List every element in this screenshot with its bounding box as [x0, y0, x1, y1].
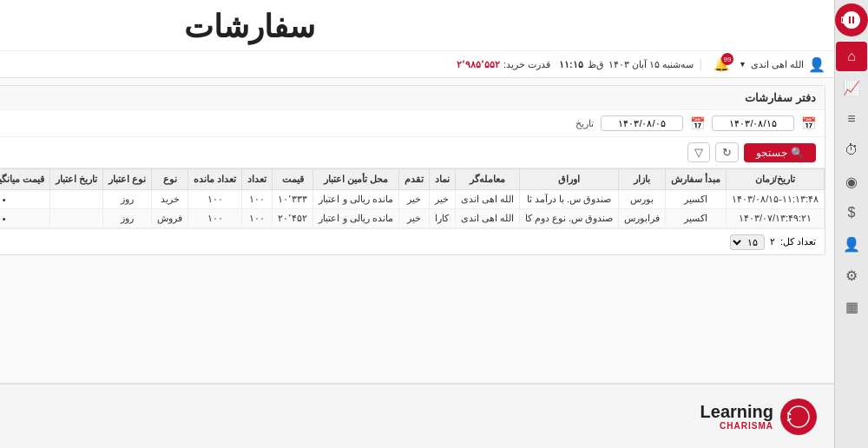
footer-logo-circle: C: [780, 399, 817, 435]
col-type: نوع: [152, 169, 188, 190]
user-dropdown[interactable]: الله اهی اندی: [751, 59, 804, 70]
logo-icon[interactable]: C: [835, 3, 868, 36]
footer-logo: C Learning CHARISMA: [700, 399, 817, 435]
table-cell: ۱۴۰۳/۰۸/۱۵-۱۱:۱۳:۴۸: [727, 190, 825, 209]
main-content: دفتر سفارشات دفتر سفارشات / خانه 📅 📅: [0, 78, 834, 383]
page-title-bar: سفارشات: [0, 0, 834, 51]
time-suffix: ق‌ظ: [588, 59, 604, 70]
footer-charisma-text: CHARISMA: [700, 421, 773, 431]
orders-table: تاریخ/زمان مبدأ سفارش بازار اوراق معامله…: [0, 168, 825, 228]
col-trader: معامله‌گر: [455, 169, 519, 190]
col-priority: تقدم: [398, 169, 429, 190]
total-count-section: تعداد کل: ۲ ۱۵ ۳۰ ۵۰: [730, 234, 816, 250]
table-row: ۱۴۰۳/۰۷/۱۳:۴۹:۲۱اکسیرفرابورسصندوق س. نوع…: [0, 209, 825, 228]
table-cell: خیر: [429, 190, 455, 209]
col-symbol: نماد: [429, 169, 455, 190]
table-cell: صندوق س. با درآمد ثا: [519, 190, 618, 209]
footer-learning-text: Learning: [700, 402, 773, 421]
date-to-input[interactable]: [712, 115, 794, 131]
balance-value: ۲٬۹۸۵٬۵۵۲: [457, 59, 500, 70]
table-cell: ۱۰٬۳۳۳: [273, 190, 313, 209]
date-from-group: [601, 115, 683, 131]
sidebar-list[interactable]: ≡: [836, 104, 867, 134]
calendar-icon-end[interactable]: 📅: [690, 116, 705, 130]
orders-panel: دفتر سفارشات دفتر سفارشات / خانه 📅 📅: [0, 85, 825, 255]
table-cell: فروش: [152, 209, 188, 228]
date-to-group: [712, 115, 794, 131]
table-cell: خیر: [398, 209, 429, 228]
per-page-select[interactable]: ۱۵ ۳۰ ۵۰: [730, 234, 765, 250]
sidebar-clock[interactable]: ⏱: [836, 135, 867, 165]
table-cell: •: [0, 190, 50, 209]
col-market: بازار: [619, 169, 666, 190]
col-datetime: تاریخ/زمان: [727, 169, 825, 190]
orders-table-container: تاریخ/زمان مبدأ سفارش بازار اوراق معامله…: [0, 168, 825, 228]
search-button[interactable]: 🔍 جستجو: [744, 143, 816, 162]
sidebar-dollar[interactable]: $: [836, 198, 867, 227]
sidebar-settings[interactable]: ⚙: [836, 260, 867, 290]
date-label: تاریخ: [575, 118, 594, 129]
page-title: سفارشات: [0, 9, 834, 45]
col-avg-price: قیمت میانگین معامله: [0, 169, 50, 190]
table-cell: خیر: [398, 190, 429, 209]
user-icon: 👤: [808, 56, 825, 73]
sidebar-briefcase[interactable]: ◉: [836, 167, 867, 196]
table-cell: [50, 209, 103, 228]
col-papers: اوراق: [519, 169, 618, 190]
table-cell: روز: [103, 209, 152, 228]
table-cell: اکسیر: [666, 209, 727, 228]
filter-button[interactable]: ▽: [687, 142, 710, 162]
col-count: تعداد: [242, 169, 273, 190]
sidebar-home[interactable]: ⌂: [836, 42, 867, 71]
bell-badge-count: 99: [721, 53, 733, 65]
table-cell: بورس: [619, 190, 666, 209]
svg-text:C: C: [841, 16, 846, 25]
col-remaining: تعداد مانده: [188, 169, 242, 190]
datetime-section: سه‌شنبه ۱۵ آبان ۱۴۰۳ ق‌ظ ۱۱:۱۵: [559, 59, 701, 70]
sidebar-users[interactable]: 👤: [836, 229, 867, 259]
pagination-row: تعداد کل: ۲ ۱۵ ۳۰ ۵۰ آخرین بعدی 1 قبلی: [0, 228, 825, 254]
balance-label: قدرت خرید:: [503, 59, 550, 70]
btn-toolbar-row: 🔍 جستجو ↻ ▽ 🖨 ⬛ ⚙: [0, 137, 825, 168]
table-cell: ۱۰۰: [242, 209, 273, 228]
col-credit-date: تاریخ اعتبار: [50, 169, 103, 190]
footer-text: Learning CHARISMA: [700, 402, 773, 431]
date-filter-row: 📅 📅 تاریخ: [0, 110, 825, 137]
search-icon: 🔍: [791, 147, 804, 159]
col-credit-type: نوع اعتبار: [103, 169, 152, 190]
table-cell: •: [0, 209, 50, 228]
table-cell: ۱۴۰۳/۰۷/۱۳:۴۹:۲۱: [727, 209, 825, 228]
time-label: ۱۱:۱۵: [559, 59, 583, 70]
table-cell: ۲۰٬۴۵۲: [273, 209, 313, 228]
table-cell: روز: [103, 190, 152, 209]
chevron-icon: ▼: [739, 60, 746, 69]
col-credit-place: محل تأمین اعتبار: [313, 169, 398, 190]
sidebar: C ⌂ 📈 ≡ ⏱ ◉ $ 👤 ⚙ ▦: [834, 0, 868, 448]
user-section: 👤 الله اهی اندی ▼: [739, 56, 825, 73]
total-count-value: ۲: [770, 236, 775, 247]
col-price: قیمت: [273, 169, 313, 190]
panel-title: دفتر سفارشات: [745, 91, 816, 104]
calendar-icon-start[interactable]: 📅: [801, 116, 816, 130]
total-count-label: تعداد کل:: [780, 236, 816, 247]
table-cell: خرید: [152, 190, 188, 209]
col-origin: مبدأ سفارش: [666, 169, 727, 190]
table-cell: ۱۰۰: [242, 190, 273, 209]
table-cell: مانده ریالی و اعتبار: [313, 209, 398, 228]
bell-section[interactable]: 🔔 99: [713, 56, 730, 72]
datetime-label: سه‌شنبه ۱۵ آبان ۱۴۰۳: [608, 59, 694, 70]
toolbar-right: 👤 الله اهی اندی ▼ 🔔 99 سه‌شنبه ۱۵ آبان ۱…: [457, 56, 825, 73]
panel-header: دفتر سفارشات دفتر سفارشات / خانه: [0, 86, 825, 110]
table-cell: ۱۰۰: [188, 209, 242, 228]
sidebar-chart[interactable]: 📈: [836, 73, 867, 102]
footer: C Learning CHARISMA: [0, 383, 834, 448]
table-cell: الله اهی اندی: [455, 190, 519, 209]
refresh-button[interactable]: ↻: [715, 142, 739, 162]
table-cell: کارا: [429, 209, 455, 228]
table-cell: صندوق س. نوع دوم کا: [519, 209, 618, 228]
date-from-input[interactable]: [601, 115, 683, 131]
sidebar-monitor[interactable]: ▦: [836, 292, 867, 321]
table-cell: ۱۰۰: [188, 190, 242, 209]
svg-text:C: C: [787, 410, 792, 424]
table-cell: [50, 190, 103, 209]
